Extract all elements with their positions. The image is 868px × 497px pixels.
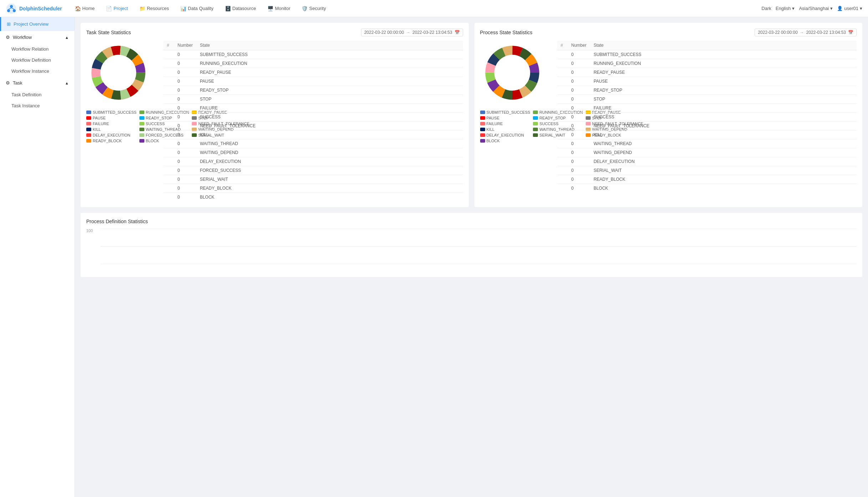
legend-color-swatch — [533, 133, 538, 137]
legend-label: BLOCK — [487, 139, 500, 143]
sidebar-workflow-label: Workflow — [13, 35, 32, 40]
nav-security[interactable]: 🛡️ Security — [297, 4, 330, 14]
timezone-chevron-icon: ▾ — [830, 6, 833, 11]
svg-point-1 — [10, 5, 13, 8]
top-nav: DolphinScheduler 🏠 Home 📄 Project 📁 Reso… — [0, 0, 868, 17]
legend-label: SUCCESS — [539, 122, 558, 126]
nav-monitor[interactable]: 🖥️ Monitor — [263, 4, 294, 14]
svg-point-23 — [105, 59, 132, 86]
task-state-date-to: 2022-03-22 13:04:53 — [412, 30, 452, 35]
legend-color-swatch — [139, 133, 144, 137]
legend-color-swatch — [86, 122, 91, 125]
process-state-calendar-icon[interactable]: 📅 — [848, 30, 853, 35]
legend-label: SUBMITTED_SUCCESS — [487, 110, 530, 114]
table-row: 0RUNNING_EXECUTION — [557, 59, 857, 68]
process-state-donut-area: SUBMITTED_SUCCESSRUNNING_EXECUTIONREADY_… — [480, 41, 551, 143]
legend-item: SUBMITTED_SUCCESS — [480, 110, 530, 114]
nav-data-quality[interactable]: 📊 Data Quality — [176, 4, 218, 14]
legend-item: PAUSE — [480, 116, 530, 120]
legend-color-swatch — [480, 139, 485, 143]
table-row: 0SUBMITTED_SUCCESS — [163, 50, 463, 59]
task-state-date-range[interactable]: 2022-03-22 00:00:00 → 2022-03-22 13:04:5… — [361, 29, 463, 36]
task-state-header: Task State Statistics 2022-03-22 00:00:0… — [86, 29, 463, 36]
task-state-date-arrow: → — [406, 30, 410, 35]
process-def-y-label: 100 — [86, 229, 93, 233]
monitor-icon: 🖥️ — [267, 6, 273, 11]
table-row: 0READY_STOP — [557, 86, 857, 95]
theme-toggle[interactable]: Dark — [761, 6, 771, 11]
task-state-table: # Number State 0SUBMITTED_SUCCESS0RUNNIN… — [163, 41, 463, 201]
process-state-donut-chart — [480, 41, 544, 105]
project-overview-icon: ⊞ — [7, 21, 11, 27]
task-state-title: Task State Statistics — [86, 30, 131, 35]
legend-label: PAUSE — [93, 116, 106, 120]
legend-color-swatch — [533, 128, 538, 131]
data-quality-icon: 📊 — [180, 6, 186, 11]
table-row: 0READY_BLOCK — [557, 175, 857, 184]
language-selector[interactable]: English ▾ — [776, 6, 795, 11]
main-layout: ⊞ Project Overview ⚙ Workflow ▲ Workflow… — [0, 17, 868, 497]
table-row: 0DELAY_EXECUTION — [557, 157, 857, 166]
process-table-hash-header: # — [557, 41, 568, 50]
process-state-legend: SUBMITTED_SUCCESSRUNNING_EXECUTIONREADY_… — [480, 110, 551, 143]
user-menu[interactable]: 👤 user01 ▾ — [837, 6, 862, 11]
legend-label: KILL — [93, 127, 101, 132]
timezone-selector[interactable]: Asia/Shanghai ▾ — [799, 6, 833, 11]
legend-item: DELAY_EXECUTION — [86, 133, 137, 137]
legend-color-swatch — [86, 111, 91, 114]
sidebar-group-task[interactable]: ⚙ Task ▲ — [0, 77, 75, 89]
legend-label: FAILURE — [487, 122, 503, 126]
table-row: 0STOP — [557, 95, 857, 104]
nav-project[interactable]: 📄 Project — [102, 4, 132, 14]
table-row: 0KILL — [163, 130, 463, 139]
process-state-date-range[interactable]: 2022-03-22 00:00:00 → 2022-03-22 13:04:5… — [755, 29, 857, 36]
workflow-chevron-icon: ▲ — [65, 35, 69, 40]
legend-item: FAILURE — [480, 122, 530, 126]
table-row: 0SUCCESS — [557, 113, 857, 122]
sidebar-item-task-definition[interactable]: Task Definition — [0, 89, 75, 100]
legend-color-swatch — [480, 133, 485, 137]
legend-color-swatch — [86, 133, 91, 137]
table-row: 0PAUSE — [163, 77, 463, 86]
sidebar-item-project-overview[interactable]: ⊞ Project Overview — [0, 17, 75, 31]
task-table-hash-header: # — [163, 41, 174, 50]
language-chevron-icon: ▾ — [792, 6, 795, 11]
legend-item: KILL — [480, 127, 530, 132]
legend-item: KILL — [86, 127, 137, 132]
logo-icon — [6, 3, 17, 14]
legend-color-swatch — [139, 116, 144, 120]
table-row: 0FAILURE — [163, 104, 463, 113]
legend-label: PAUSE — [487, 116, 499, 120]
table-row: 0SUBMITTED_SUCCESS — [557, 50, 857, 59]
resources-icon: 📁 — [139, 6, 145, 11]
legend-label: DELAY_EXECUTION — [487, 133, 524, 137]
table-row: 0BLOCK — [557, 184, 857, 193]
table-row: 0NEED_FAULT_TOLERANCE — [163, 122, 463, 130]
nav-datasource[interactable]: 🗄️ Datasource — [221, 4, 260, 14]
stats-row: Task State Statistics 2022-03-22 00:00:0… — [81, 23, 862, 207]
legend-color-swatch — [480, 128, 485, 131]
table-row: 0FORCED_SUCCESS — [163, 166, 463, 175]
task-state-calendar-icon[interactable]: 📅 — [454, 30, 460, 35]
nav-resources[interactable]: 📁 Resources — [135, 4, 173, 14]
sidebar-group-workflow[interactable]: ⚙ Workflow ▲ — [0, 31, 75, 43]
task-group-icon: ⚙ — [6, 80, 10, 86]
sidebar-item-workflow-definition[interactable]: Workflow Definition — [0, 55, 75, 66]
sidebar-item-workflow-relation[interactable]: Workflow Relation — [0, 43, 75, 55]
task-chevron-icon: ▲ — [65, 81, 69, 85]
table-row: 0NEED_FAULT_TOLERANCE — [557, 122, 857, 130]
table-row: 0WAITING_THREAD — [163, 139, 463, 148]
task-state-card: Task State Statistics 2022-03-22 00:00:0… — [81, 23, 469, 207]
legend-color-swatch — [86, 116, 91, 120]
sidebar: ⊞ Project Overview ⚙ Workflow ▲ Workflow… — [0, 17, 75, 497]
process-def-card: Process Definition Statistics 100 — [81, 213, 862, 277]
table-row: 0WAITING_DEPEND — [163, 148, 463, 157]
sidebar-item-task-instance[interactable]: Task Instance — [0, 100, 75, 111]
table-row: 0READY_PAUSE — [163, 68, 463, 77]
svg-point-3 — [13, 9, 16, 12]
logo[interactable]: DolphinScheduler — [6, 3, 62, 14]
nav-home[interactable]: 🏠 Home — [71, 4, 99, 14]
legend-color-swatch — [139, 128, 144, 131]
table-row: 0RUNNING_EXECUTION — [163, 59, 463, 68]
sidebar-item-workflow-instance[interactable]: Workflow Instance — [0, 66, 75, 77]
